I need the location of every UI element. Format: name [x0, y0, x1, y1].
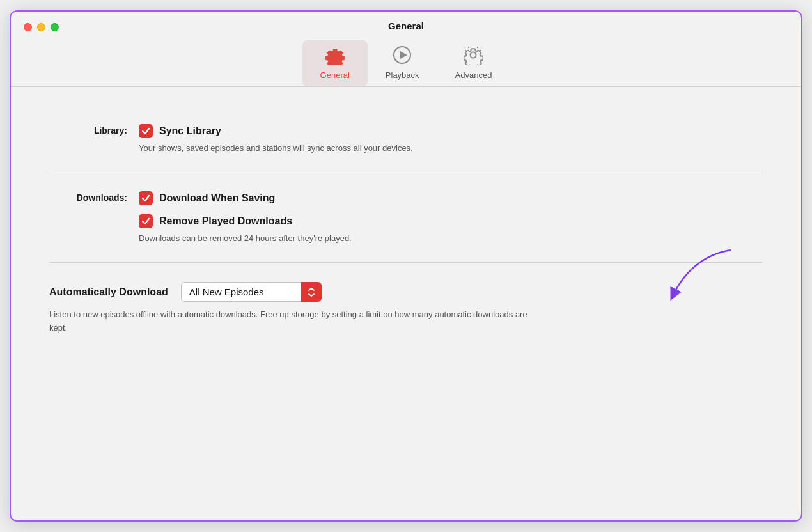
svg-marker-1 — [400, 51, 407, 59]
auto-download-label: Automatically Download — [49, 286, 168, 298]
auto-download-select-wrapper: All New Episodes Off Only on Wi-Fi — [181, 282, 322, 302]
svg-point-2 — [468, 47, 469, 48]
sync-library-checkbox[interactable] — [139, 124, 153, 138]
downloads-section: Downloads: Download When Saving — [49, 173, 763, 263]
download-when-saving-row: Download When Saving — [139, 191, 763, 205]
remove-played-downloads-label: Remove Played Downloads — [159, 215, 292, 227]
tab-advanced-label: Advanced — [455, 70, 492, 80]
download-when-saving-label: Download When Saving — [159, 192, 275, 204]
downloads-content: Download When Saving Remove Played Downl… — [139, 191, 763, 245]
auto-download-row: Automatically Download All New Episodes … — [49, 282, 763, 302]
title-bar: General General — [11, 12, 801, 86]
remove-played-downloads-item: Remove Played Downloads Downloads can be… — [139, 214, 763, 245]
auto-download-select[interactable]: All New Episodes Off Only on Wi-Fi — [181, 282, 322, 302]
svg-point-4 — [465, 50, 466, 51]
settings-window: General General — [10, 10, 802, 522]
tab-bar: General Playback — [302, 40, 510, 86]
sync-library-label: Sync Library — [159, 125, 221, 137]
remove-played-downloads-checkbox[interactable] — [139, 214, 153, 228]
svg-point-5 — [480, 50, 481, 51]
sync-library-desc: Your shows, saved episodes and stations … — [139, 142, 763, 155]
advanced-icon — [464, 45, 483, 68]
tab-playback[interactable]: Playback — [368, 40, 437, 86]
minimize-button[interactable] — [37, 23, 45, 31]
library-label: Library: — [49, 124, 139, 136]
auto-download-area: Automatically Download All New Episodes … — [49, 282, 763, 335]
remove-played-downloads-desc: Downloads can be removed 24 hours after … — [139, 232, 763, 245]
general-icon — [325, 45, 345, 68]
downloads-label: Downloads: — [49, 191, 139, 203]
svg-point-3 — [477, 47, 478, 48]
settings-content: Library: Sync Library Your shows, saved … — [11, 87, 801, 520]
library-content: Sync Library Your shows, saved episodes … — [139, 124, 763, 155]
sync-library-row: Sync Library — [139, 124, 763, 138]
maximize-button[interactable] — [51, 23, 59, 31]
remove-played-downloads-row: Remove Played Downloads — [139, 214, 763, 228]
tab-general[interactable]: General — [302, 40, 368, 86]
traffic-lights — [24, 23, 59, 31]
auto-download-desc: Listen to new episodes offline with auto… — [49, 308, 529, 335]
window-title: General — [388, 20, 424, 31]
tab-playback-label: Playback — [386, 70, 419, 80]
library-section: Library: Sync Library Your shows, saved … — [49, 106, 763, 173]
tab-advanced[interactable]: Advanced — [437, 40, 510, 86]
tab-general-label: General — [320, 70, 350, 80]
download-when-saving-checkbox[interactable] — [139, 191, 153, 205]
close-button[interactable] — [24, 23, 32, 31]
auto-download-section: Automatically Download All New Episodes … — [49, 263, 763, 354]
playback-icon — [393, 45, 412, 68]
